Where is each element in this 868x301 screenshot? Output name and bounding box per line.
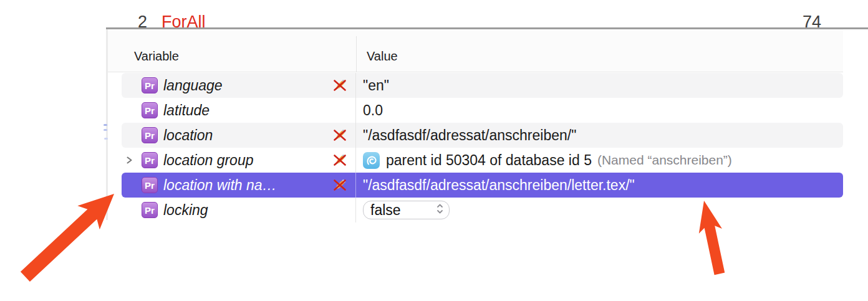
spiral-record-icon <box>363 152 380 169</box>
variable-cell: Pr locking <box>122 198 356 222</box>
table-row-location-group[interactable]: Pr location group parent id 50304 of dat… <box>122 148 843 173</box>
value-text: parent id 50304 of database id 5 <box>386 152 592 169</box>
variable-name: location with na… <box>163 177 277 194</box>
line-number: 2 <box>138 12 147 27</box>
property-badge: Pr <box>142 177 158 193</box>
table-row-latitude[interactable]: Pr latitude 0.0 <box>122 98 843 123</box>
property-badge: Pr <box>142 152 158 168</box>
variable-name: language <box>163 77 223 94</box>
value-note: (Named “anschreiben”) <box>597 153 732 168</box>
property-badge: Pr <box>142 77 158 93</box>
variable-name: location <box>163 127 213 144</box>
edge-tick-mark <box>104 129 107 131</box>
chevron-right-icon[interactable] <box>125 156 133 167</box>
value-cell: 0.0 <box>356 98 843 123</box>
variable-cell: Pr language <box>122 73 356 98</box>
value-cell: parent id 50304 of database id 5 (Named … <box>356 148 843 173</box>
value-cell: "en" <box>356 73 843 98</box>
variables-view-panel: 2 ForAll 74 Variable Value Pr language "… <box>0 0 868 301</box>
no-edit-pencil-icon <box>332 127 348 143</box>
column-header-value: Value <box>367 49 398 64</box>
clipped-editor-line: 2 ForAll 74 <box>0 0 868 27</box>
column-divider[interactable] <box>356 36 357 72</box>
variable-cell: Pr location <box>122 123 356 148</box>
edge-tick-mark <box>104 124 107 126</box>
up-down-chevrons-icon <box>436 202 444 219</box>
table-header-band <box>108 29 843 72</box>
annotation-arrow-left <box>14 182 125 289</box>
right-line-number: 74 <box>803 12 821 27</box>
table-row-locking[interactable]: Pr locking false <box>122 198 843 222</box>
variable-cell: Pr location with na… <box>122 173 356 198</box>
table-row-language[interactable]: Pr language "en" <box>122 73 843 98</box>
variable-name: locking <box>163 202 208 219</box>
token-forall[interactable]: ForAll <box>162 12 206 27</box>
variable-name: latitude <box>163 102 210 119</box>
table-row-location[interactable]: Pr location "/asdfasdf/adressat/anschrei… <box>122 123 843 148</box>
no-edit-pencil-icon <box>332 177 348 193</box>
locking-popup-button[interactable]: false <box>363 201 450 219</box>
value-cell: false <box>356 198 843 222</box>
variable-cell: Pr latitude <box>122 98 356 123</box>
edge-tick-mark <box>104 138 108 140</box>
no-edit-pencil-icon <box>332 77 348 93</box>
property-badge: Pr <box>142 102 158 118</box>
column-header-variable: Variable <box>134 49 179 64</box>
property-badge: Pr <box>142 127 158 143</box>
value-cell: "/asdfasdf/adressat/anschreiben/letter.t… <box>356 173 843 198</box>
property-badge: Pr <box>142 202 158 218</box>
no-edit-pencil-icon <box>332 152 348 168</box>
variable-cell: Pr location group <box>122 148 356 173</box>
popup-selected-value: false <box>370 202 401 219</box>
value-cell: "/asdfasdf/adressat/anschreiben/" <box>356 123 843 148</box>
table-row-location-with-name[interactable]: Pr location with na… "/asdfasdf/adressat… <box>122 173 843 198</box>
variable-name: location group <box>163 152 254 169</box>
variables-table: Pr language "en" Pr latitude 0.0 Pr loca… <box>122 73 843 222</box>
